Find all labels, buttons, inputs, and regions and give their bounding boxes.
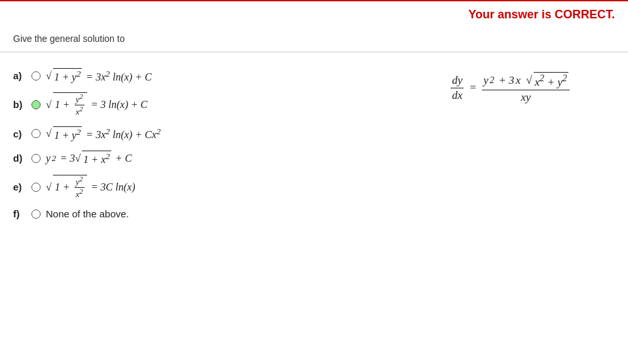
option-d-radio[interactable] bbox=[31, 154, 41, 163]
option-f: f) None of the above. bbox=[13, 208, 392, 219]
prompt-text: Give the general solution to bbox=[13, 33, 124, 44]
option-e-radio[interactable] bbox=[31, 183, 41, 192]
option-e-label: e) bbox=[13, 181, 28, 192]
equation-section: dy dx = y2 + 3x √x2 + y2 xy bbox=[405, 52, 628, 235]
option-d: d) y2 = 3√1 + x2 + C bbox=[13, 151, 392, 166]
option-c-label: c) bbox=[13, 128, 28, 139]
option-b-radio[interactable] bbox=[31, 100, 41, 109]
option-c-radio[interactable] bbox=[31, 129, 41, 138]
option-d-label: d) bbox=[13, 153, 28, 164]
correct-label: Your answer is CORRECT. bbox=[468, 8, 615, 21]
option-e-math: √ 1 + y2 x2 = 3C ln(x) bbox=[46, 175, 135, 199]
question-prompt: Give the general solution to bbox=[0, 27, 628, 52]
option-a-label: a) bbox=[13, 70, 28, 81]
option-b: b) √ 1 + y2 x2 = 3 ln(x) + C bbox=[13, 92, 392, 117]
option-a-math: √1 + y2 = 3x2 ln(x) + C bbox=[46, 68, 152, 83]
option-b-label: b) bbox=[13, 99, 28, 110]
option-f-text: None of the above. bbox=[46, 208, 129, 219]
option-c-math: √1 + y2 = 3x2 ln(x) + Cx2 bbox=[46, 126, 160, 141]
option-f-label: f) bbox=[13, 208, 28, 219]
main-content: a) √1 + y2 = 3x2 ln(x) + C b) √ 1 + y2 x… bbox=[0, 52, 628, 235]
dy-dx-fraction: dy dx bbox=[451, 74, 464, 102]
option-a-radio[interactable] bbox=[31, 71, 41, 81]
diff-equation: dy dx = y2 + 3x √x2 + y2 xy bbox=[448, 72, 572, 104]
option-a: a) √1 + y2 = 3x2 ln(x) + C bbox=[13, 68, 392, 83]
option-f-radio[interactable] bbox=[31, 209, 41, 219]
option-d-math: y2 = 3√1 + x2 + C bbox=[46, 151, 132, 166]
option-e: e) √ 1 + y2 x2 = 3C ln(x) bbox=[13, 175, 392, 199]
rhs-fraction: y2 + 3x √x2 + y2 xy bbox=[482, 72, 569, 104]
answers-section: a) √1 + y2 = 3x2 ln(x) + C b) √ 1 + y2 x… bbox=[0, 52, 405, 235]
option-c: c) √1 + y2 = 3x2 ln(x) + Cx2 bbox=[13, 126, 392, 141]
option-b-math: √ 1 + y2 x2 = 3 ln(x) + C bbox=[46, 92, 147, 117]
top-bar: Your answer is CORRECT. bbox=[0, 0, 628, 27]
